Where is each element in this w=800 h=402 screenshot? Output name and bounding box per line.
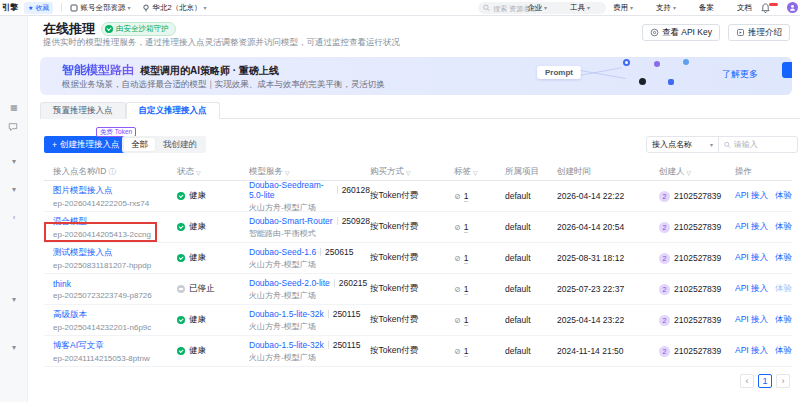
chevron-down-icon[interactable]: ▾ — [8, 184, 20, 196]
favorites-tag[interactable]: ★收藏 — [24, 2, 53, 14]
creator-id: 2102527839 — [674, 222, 721, 232]
tab-preset-endpoints[interactable]: 预置推理接入点 — [40, 102, 126, 119]
tag-count[interactable]: 1 — [464, 346, 469, 357]
try-link[interactable]: 体验 — [775, 283, 792, 295]
chevron-down-icon[interactable]: ▾ — [8, 294, 20, 306]
chevron-down-icon: ▾ — [204, 5, 207, 11]
filter-icon[interactable] — [687, 167, 692, 177]
page-title: 在线推理 — [43, 20, 95, 38]
filter-field-select[interactable]: 接入点名称▾ — [647, 137, 719, 152]
avatar[interactable] — [787, 2, 798, 13]
side-rail: ▦ ▾ ▾ ‹ ▾ ▾ — [0, 16, 28, 402]
key-icon — [650, 28, 659, 37]
model-link[interactable]: Doubao-1.5-lite-32k — [249, 340, 324, 350]
model-link[interactable]: Doubao-Seed-2.0-lite — [249, 278, 330, 288]
filter-icon[interactable] — [285, 167, 290, 177]
tag-icon — [454, 284, 461, 294]
endpoint-id: ep-20250723223749-p8726 — [53, 291, 177, 300]
api-access-link[interactable]: API 接入 — [735, 345, 768, 357]
try-link[interactable]: 体验 — [775, 221, 792, 233]
endpoint-name-link[interactable]: 博客AI写文章 — [53, 340, 104, 350]
table-row: 测试模型接入点ep-20250831181207-hppdp 健康 Doubao… — [44, 243, 792, 274]
try-link[interactable]: 体验 — [775, 345, 792, 357]
view-api-key-button[interactable]: 查看 API Key — [642, 24, 720, 41]
prompt-pill: Prompt — [537, 66, 581, 79]
purchase-type: 按Token付费 — [370, 221, 418, 233]
status-healthy-icon — [177, 254, 185, 262]
create-endpoint-button[interactable]: + 创建推理接入点 — [44, 136, 127, 153]
status-text: 健康 — [189, 252, 206, 264]
segment-all[interactable]: 全部 — [124, 138, 155, 151]
banner-title: 智能模型路由 — [62, 62, 134, 79]
divider — [337, 217, 338, 225]
grid-icon[interactable]: ▦ — [8, 102, 20, 114]
chevron-left-icon[interactable]: ‹ — [8, 212, 20, 224]
learn-more-link[interactable]: 了解更多 — [722, 68, 758, 81]
tag-count[interactable]: 1 — [464, 222, 469, 233]
menu-tools[interactable]: 工具▾ — [570, 3, 590, 13]
prev-page-button[interactable]: ‹ — [740, 374, 754, 388]
console-screen: 引擎 ★收藏 账号全部资源▾ 华北2（北京）▾ 企业▾ 工具▾ 费用▾ 支持▾ … — [0, 0, 800, 402]
region-select[interactable]: 华北2（北京）▾ — [142, 3, 206, 13]
banner-subtitle: 根据业务场景，自动选择最合适的模型｜实现效果、成本与效率的完美平衡，灵活切换 — [62, 79, 385, 91]
try-link[interactable]: 体验 — [775, 252, 792, 264]
resource-scope-select[interactable]: 账号全部资源▾ — [70, 3, 130, 13]
try-link[interactable]: 体验 — [775, 314, 792, 326]
api-access-link[interactable]: API 接入 — [735, 314, 768, 326]
star-icon: ★ — [28, 4, 33, 11]
filter-icon[interactable] — [473, 167, 478, 177]
api-access-link[interactable]: API 接入 — [735, 190, 768, 202]
model-link[interactable]: Doubao-1.5-lite-32k — [249, 309, 324, 319]
topbar-menu: 企业▾ 工具▾ 费用▾ 支持▾ 备案 文档 — [527, 0, 752, 16]
segment-mine[interactable]: 我创建的 — [156, 138, 204, 151]
page-1-button[interactable]: 1 — [758, 374, 772, 388]
banner-cta-partial[interactable] — [782, 62, 792, 78]
model-link[interactable]: Doubao-Smart-Router — [249, 216, 333, 226]
chat-icon[interactable] — [8, 122, 20, 134]
menu-support[interactable]: 支持▾ — [656, 3, 676, 13]
inference-intro-button[interactable]: 推理介绍 — [728, 24, 790, 41]
chevron-down-icon: ▾ — [673, 5, 676, 11]
model-source: 火山方舟-模型广场 — [249, 290, 370, 301]
endpoint-name-link[interactable]: 测试模型接入点 — [53, 247, 113, 257]
tag-count[interactable]: 1 — [464, 253, 469, 264]
model-link[interactable]: Doubao-Seedream-5.0-lite — [249, 180, 333, 200]
model-version: 260128 — [342, 185, 370, 195]
tag-count[interactable]: 1 — [464, 315, 469, 326]
endpoint-search-input[interactable] — [734, 140, 792, 149]
creator-avatar: 2 — [659, 222, 670, 233]
menu-billing[interactable]: 费用▾ — [613, 3, 633, 13]
endpoint-name-link[interactable]: 高级版本 — [53, 309, 87, 319]
endpoint-id: ep-20250831181207-hppdp — [53, 261, 177, 270]
tag-count[interactable]: 1 — [464, 191, 469, 202]
divider — [334, 279, 335, 287]
divider — [61, 3, 62, 12]
page-subtitle: 提供实时的模型推理服务，通过推理接入点灵活调整资源并访问模型，可通过监控查看运行… — [43, 37, 400, 49]
endpoint-name-link[interactable]: think — [53, 279, 71, 289]
tag-icon — [454, 222, 461, 232]
endpoint-name-link[interactable]: 图片模型接入点 — [53, 185, 113, 195]
model-link[interactable]: Doubao-Seed-1.6 — [249, 247, 316, 257]
endpoint-name-link[interactable]: 混合模型 — [53, 216, 87, 226]
api-access-link[interactable]: API 接入 — [735, 252, 768, 264]
status-text: 健康 — [189, 221, 206, 233]
purchase-type: 按Token付费 — [370, 252, 418, 264]
api-access-link[interactable]: API 接入 — [735, 221, 768, 233]
filter-icon[interactable] — [196, 167, 201, 177]
info-icon[interactable] — [108, 166, 116, 177]
menu-docs[interactable]: 文档 — [737, 3, 752, 13]
menu-icp[interactable]: 备案 — [699, 3, 714, 13]
location-icon — [142, 4, 150, 12]
next-page-button[interactable]: › — [776, 374, 790, 388]
try-link[interactable]: 体验 — [775, 190, 792, 202]
book-icon — [736, 28, 745, 37]
chevron-down-icon[interactable]: ▾ — [8, 342, 20, 354]
tag-count[interactable]: 1 — [464, 284, 469, 295]
chevron-down-icon[interactable]: ▾ — [8, 156, 20, 168]
creator-avatar: 2 — [659, 346, 670, 357]
search-icon — [483, 4, 490, 12]
api-access-link[interactable]: API 接入 — [735, 283, 768, 295]
menu-enterprise[interactable]: 企业▾ — [527, 3, 547, 13]
tab-custom-endpoints[interactable]: 自定义推理接入点 — [126, 102, 220, 119]
filter-icon[interactable] — [406, 167, 411, 177]
